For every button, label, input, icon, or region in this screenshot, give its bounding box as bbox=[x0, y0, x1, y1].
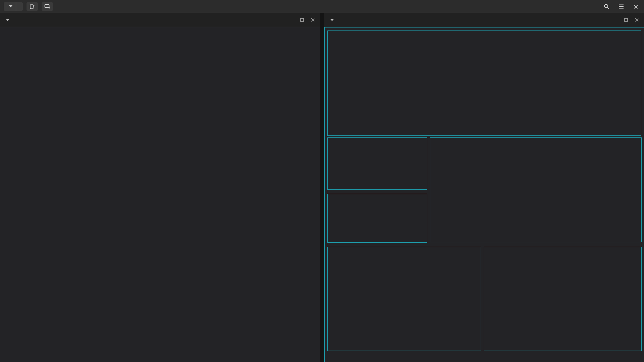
chevron-down-icon bbox=[330, 19, 334, 21]
chevron-down-icon bbox=[9, 5, 12, 7]
close-icon bbox=[635, 18, 639, 22]
window-close-button[interactable] bbox=[631, 2, 641, 11]
pane-close-button-left[interactable] bbox=[309, 16, 317, 24]
memory-history-chart bbox=[431, 138, 641, 242]
session-switcher[interactable] bbox=[3, 2, 23, 11]
close-icon bbox=[634, 4, 638, 9]
maximize-icon bbox=[300, 18, 304, 22]
pane-close-button-right[interactable] bbox=[633, 16, 641, 24]
tilix-topbar bbox=[0, 0, 644, 13]
temperatures-box bbox=[327, 194, 427, 243]
pane-title-dropdown-left[interactable] bbox=[3, 19, 9, 21]
new-terminal-down-button[interactable] bbox=[41, 2, 53, 11]
cpu-usage-box bbox=[327, 31, 641, 136]
pane-maximize-button-left[interactable] bbox=[298, 16, 306, 24]
pane-title-dropdown-right[interactable] bbox=[328, 19, 334, 21]
rx-history-chart bbox=[328, 254, 481, 300]
htop-function-key-bar bbox=[1, 354, 320, 361]
memory-usage-box bbox=[430, 137, 642, 242]
hamburger-icon bbox=[619, 4, 624, 9]
chevron-down-icon bbox=[6, 19, 9, 21]
pane-divider[interactable] bbox=[320, 13, 324, 362]
maximize-icon bbox=[624, 18, 628, 22]
search-icon bbox=[604, 4, 609, 9]
terminal-left-htop[interactable] bbox=[0, 27, 320, 362]
pane-header-left bbox=[0, 13, 320, 27]
processes-box bbox=[484, 247, 642, 351]
network-usage-box bbox=[327, 247, 481, 351]
disk-usage-box bbox=[327, 137, 427, 190]
pane-header-right bbox=[324, 13, 644, 27]
window-plus-icon bbox=[44, 4, 51, 9]
terminal-right-ytop[interactable] bbox=[324, 27, 644, 362]
new-terminal-right-button[interactable] bbox=[26, 2, 38, 11]
menu-button[interactable] bbox=[616, 2, 626, 11]
cpu-history-chart bbox=[328, 31, 641, 135]
terminal-plus-icon bbox=[30, 4, 35, 9]
tx-history-chart bbox=[328, 304, 481, 350]
add-session-button[interactable] bbox=[16, 2, 23, 11]
pane-maximize-button-right[interactable] bbox=[622, 16, 630, 24]
ytop-status-bar bbox=[325, 355, 644, 361]
close-icon bbox=[311, 18, 315, 22]
search-button[interactable] bbox=[602, 2, 611, 11]
session-indicator-button[interactable] bbox=[4, 2, 16, 11]
